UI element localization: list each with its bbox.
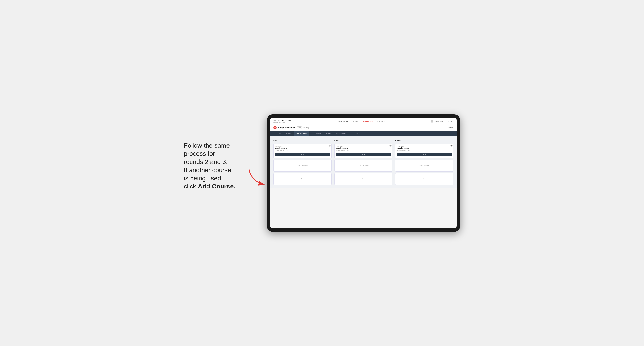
- tab-teams[interactable]: Teams: [284, 131, 294, 136]
- tablet-frame: SCOREBOARD Powered by clippd TOURNAMENTS…: [267, 114, 460, 232]
- page-wrapper: Follow the same process for rounds 2 and…: [184, 114, 460, 232]
- round-3-course-1-card: (Course A) Peachtree GC Yellow (M) (6629…: [395, 144, 454, 158]
- round-1-edit-button[interactable]: Edit: [275, 153, 330, 156]
- main-content: Round 1 (Course A) Peachtree GC Yellow (…: [270, 136, 457, 188]
- plus-icon-4: +: [368, 178, 368, 180]
- round-2-course-1-wrapper: (Course A) Peachtree GC Yellow (M) (6629…: [334, 144, 393, 158]
- round-2-add-course-1[interactable]: Add Course +: [334, 160, 393, 172]
- plus-icon-3: +: [368, 165, 368, 167]
- sub-header: C Clippd Invitational Men Hosting Cancel: [270, 125, 457, 131]
- round-2-add-course-2: Add Course +: [334, 173, 393, 185]
- round-3-course-1-details: Yellow (M) (6629 yds): [397, 150, 452, 151]
- round-1-add-course-1-label: Add Course +: [298, 165, 308, 167]
- tournament-name: Clippd Invitational: [278, 127, 295, 129]
- cancel-button[interactable]: Cancel: [448, 127, 454, 129]
- round-1-add-course-2[interactable]: Add Course +: [274, 173, 332, 185]
- round-2-course-1-delete[interactable]: ×: [389, 145, 392, 147]
- nav-separator: |: [446, 121, 446, 122]
- app-container: SCOREBOARD Powered by clippd TOURNAMENTS…: [270, 118, 457, 228]
- logo-title: SCOREBOARD: [274, 120, 291, 122]
- tablet-button[interactable]: [266, 161, 266, 167]
- nav-links: TOURNAMENTS TEAMS COMMITTEE RANKINGS: [336, 120, 386, 122]
- add-course-bold: Add Course.: [198, 183, 235, 190]
- plus-icon-1: +: [306, 165, 308, 167]
- top-nav: SCOREBOARD Powered by clippd TOURNAMENTS…: [270, 118, 457, 125]
- tablet-screen: SCOREBOARD Powered by clippd TOURNAMENTS…: [270, 118, 457, 228]
- round-2-course-1-card: (Course A) Peachtree GC Yellow (M) (6629…: [334, 144, 393, 158]
- tab-results[interactable]: Results: [323, 131, 334, 136]
- tab-details[interactable]: Details: [274, 131, 284, 136]
- plus-icon-5: +: [428, 165, 430, 167]
- round-2-add-course-1-label: Add Course +: [358, 165, 368, 167]
- tournament-info: C Clippd Invitational Men Hosting: [274, 126, 309, 129]
- user-email: blair@clippd.io: [434, 121, 445, 122]
- round-1-course-1-label: (Course A): [275, 146, 330, 147]
- round-1-column: Round 1 (Course A) Peachtree GC Yellow (…: [274, 139, 332, 185]
- round-2-column: Round 2 (Course A) Peachtree GC Yellow (…: [334, 139, 393, 185]
- round-3-course-1-wrapper: (Course A) Peachtree GC Yellow (M) (6629…: [395, 144, 454, 158]
- round-2-course-1-details: Yellow (M) (6629 yds): [336, 150, 391, 151]
- logo-area: SCOREBOARD Powered by clippd: [274, 120, 291, 123]
- round-2-course-1-name: Peachtree GC: [336, 147, 391, 149]
- plus-icon-2: +: [306, 178, 308, 180]
- round-2-course-1-label: (Course A): [336, 146, 391, 147]
- tab-printables[interactable]: Printables: [350, 131, 362, 136]
- rounds-grid: Round 1 (Course A) Peachtree GC Yellow (…: [274, 139, 454, 185]
- round-1-course-1-wrapper: (Course A) Peachtree GC Yellow (M) (6629…: [274, 144, 332, 158]
- user-area: blair@clippd.io | Sign out: [430, 120, 454, 123]
- round-3-course-1-label: (Course A): [397, 146, 452, 147]
- c-logo: C: [274, 126, 276, 129]
- gender-badge: Men: [297, 126, 302, 129]
- plus-icon-6: +: [428, 178, 430, 180]
- round-3-column: Round 3 (Course A) Peachtree GC Yellow (…: [395, 139, 454, 185]
- tab-course-setup[interactable]: Course Setup: [294, 131, 309, 136]
- tab-tee-groups[interactable]: Tee Groups: [309, 131, 323, 136]
- round-1-add-course-1[interactable]: Add Course +: [274, 160, 332, 172]
- round-1-course-1-card: (Course A) Peachtree GC Yellow (M) (6629…: [274, 144, 332, 158]
- nav-rankings[interactable]: RANKINGS: [377, 120, 386, 122]
- sign-out-link[interactable]: Sign out: [448, 121, 454, 122]
- round-1-title: Round 1: [274, 139, 332, 141]
- tab-bar: Details Teams Course Setup Tee Groups Re…: [270, 131, 457, 136]
- round-2-add-course-2-label: Add Course +: [358, 178, 368, 180]
- round-3-course-1-name: Peachtree GC: [397, 147, 452, 149]
- logo-sub: Powered by clippd: [274, 122, 291, 123]
- round-3-add-course-2: Add Course +: [395, 173, 454, 185]
- tab-leaderboards[interactable]: Leaderboards: [334, 131, 350, 136]
- round-1-course-1-name: Peachtree GC: [275, 147, 330, 149]
- round-2-title: Round 2: [334, 139, 393, 141]
- round-1-course-1-delete[interactable]: ×: [328, 145, 331, 147]
- round-3-add-course-1-label: Add Course +: [419, 165, 430, 167]
- instruction-section: Follow the same process for rounds 2 and…: [184, 142, 259, 205]
- hosting-badge: Hosting: [304, 127, 309, 129]
- round-1-course-1-details: Yellow (M) (6629 yds): [275, 150, 330, 151]
- round-1-add-course-2-label: Add Course +: [298, 178, 308, 180]
- round-3-title: Round 3: [395, 139, 454, 141]
- round-3-course-1-delete[interactable]: ×: [450, 145, 453, 147]
- round-3-add-course-2-label: Add Course +: [419, 178, 430, 180]
- user-avatar: [430, 120, 433, 123]
- round-2-edit-button[interactable]: Edit: [336, 153, 391, 156]
- round-3-add-course-1[interactable]: Add Course +: [395, 160, 454, 172]
- round-3-edit-button[interactable]: Edit: [397, 153, 452, 156]
- nav-teams[interactable]: TEAMS: [353, 120, 359, 122]
- nav-tournaments[interactable]: TOURNAMENTS: [336, 120, 349, 122]
- nav-committee[interactable]: COMMITTEE: [362, 120, 373, 122]
